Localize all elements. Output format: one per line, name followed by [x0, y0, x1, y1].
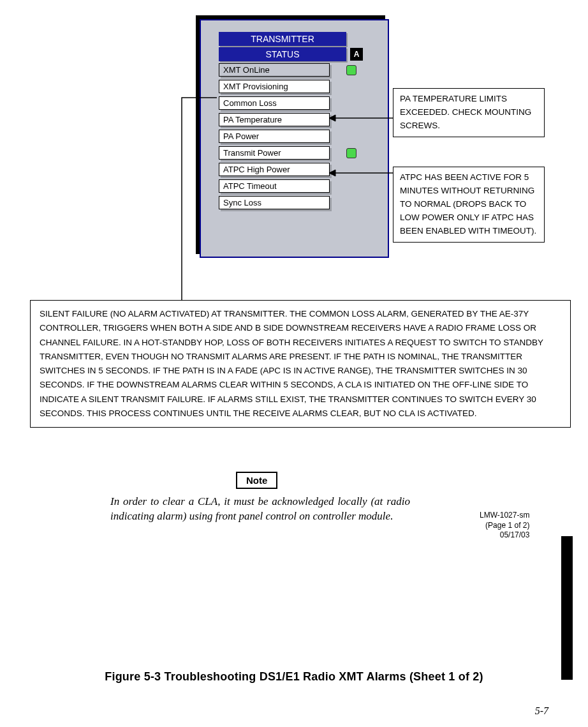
status-item-label: PA Power	[219, 130, 330, 143]
document-page: TRANSMITTER STATUS A XMT OnLineXMT Provi…	[0, 0, 588, 727]
callout-silent-failure: SILENT FAILURE (NO ALARM ACTIVATED) AT T…	[30, 300, 571, 428]
document-reference: LMW-1027-sm (Page 1 of 2) 05/17/03	[480, 511, 529, 541]
arrow-atpc-icon	[324, 167, 393, 179]
callout-atpc-high-power: ATPC HAS BEEN ACTIVE FOR 5 MINUTES WITHO…	[393, 167, 545, 243]
panel-title: TRANSMITTER	[219, 32, 346, 46]
note-badge: Note	[236, 472, 277, 489]
connector-common-loss-icon	[175, 96, 220, 306]
docref-date: 05/17/03	[480, 530, 529, 541]
svg-marker-3	[329, 170, 335, 176]
status-label: STATUS	[219, 47, 346, 61]
docref-page: (Page 1 of 2)	[480, 521, 529, 531]
status-item-row: XMT OnLine	[219, 63, 364, 77]
status-item-label: Common Loss	[219, 96, 330, 110]
status-item-label: Sync Loss	[219, 196, 330, 209]
status-item-label: PA Temperature	[219, 113, 330, 126]
status-item-label: XMT Provisioning	[219, 80, 330, 93]
side-a-badge: A	[350, 48, 363, 61]
status-item-row: Sync Loss	[219, 196, 364, 209]
arrow-patemp-icon	[324, 112, 393, 124]
docref-id: LMW-1027-sm	[480, 511, 529, 521]
status-item-row: ATPC Timeout	[219, 179, 364, 193]
note-text: In order to clear a CLA, it must be ackn…	[110, 495, 410, 524]
page-number: 5-7	[535, 705, 548, 717]
status-item-row: PA Power	[219, 130, 364, 143]
transmitter-panel: TRANSMITTER STATUS A XMT OnLineXMT Provi…	[200, 19, 389, 258]
status-item-row: Transmit Power	[219, 146, 364, 160]
svg-marker-1	[329, 115, 335, 121]
status-item-row: Common Loss	[219, 96, 364, 110]
status-item-label: ATPC Timeout	[219, 179, 330, 193]
status-header-row: STATUS A	[219, 47, 364, 61]
status-item-row: XMT Provisioning	[219, 80, 364, 93]
callout-pa-temperature: PA TEMPERATURE LIMITS EXCEEDED. CHECK MO…	[393, 88, 545, 137]
section-tab	[561, 536, 573, 680]
status-item-label: ATPC High Power	[219, 163, 330, 176]
status-led-icon	[346, 65, 356, 75]
status-item-label: XMT OnLine	[219, 63, 330, 77]
status-led-icon	[346, 148, 356, 158]
status-item-label: Transmit Power	[219, 146, 330, 160]
figure-caption: Figure 5-3 Troubleshooting DS1/E1 Radio …	[0, 670, 588, 684]
